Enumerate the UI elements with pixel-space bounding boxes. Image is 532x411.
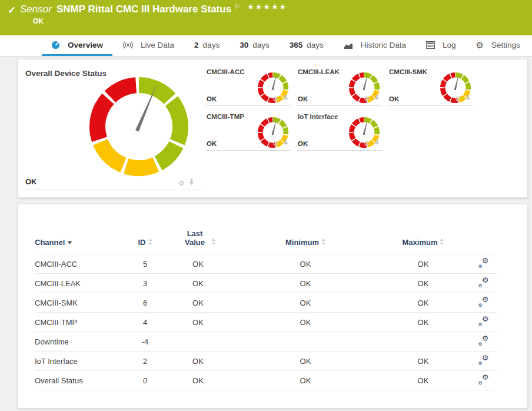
cell-id: 0 xyxy=(129,371,161,390)
sort-icon xyxy=(148,238,152,247)
column-header-channel[interactable]: Channel xyxy=(35,221,129,254)
channel-gauge-cell: CMCIII-ACC OK ⚙ xyxy=(205,65,291,110)
tab-historic-data[interactable]: Historic Data xyxy=(334,35,415,56)
channel-settings-icon[interactable]: ⚙⚙ xyxy=(478,336,489,346)
gear-icon[interactable]: ⚙ xyxy=(272,140,279,148)
channel-gauge-title: CMCIII-SMK xyxy=(389,68,427,75)
pin-icon[interactable] xyxy=(189,178,194,188)
gear-icon[interactable]: ⚙ xyxy=(455,95,461,103)
channel-gauge-cell: CMCIII-LEAK OK ⚙ xyxy=(297,65,382,110)
pin-icon[interactable] xyxy=(374,138,380,149)
cell-minimum: OK xyxy=(235,274,376,293)
tab-30-days[interactable]: 30 days xyxy=(230,35,279,56)
tab-2-days[interactable]: 2 days xyxy=(185,35,229,56)
sensor-header: ✓ Sensor SNMP Rittal CMC III Hardware St… xyxy=(0,0,532,35)
cell-id: 3 xyxy=(129,274,161,293)
cell-maximum: OK xyxy=(376,274,470,293)
cell-maximum xyxy=(376,332,470,352)
status-check-icon: ✓ xyxy=(8,4,16,16)
divider xyxy=(24,190,201,190)
table-row: CMCIII-SMK 6 OK OK OK ⚙⚙ xyxy=(35,293,497,313)
channel-settings-icon[interactable]: ⚙⚙ xyxy=(478,316,489,326)
channel-gauge-title: CMCIII-TMP xyxy=(207,113,244,120)
cell-maximum: OK xyxy=(376,254,470,274)
cell-id: -4 xyxy=(129,332,161,352)
gear-icon[interactable]: ⚙ xyxy=(364,95,370,103)
gear-icon[interactable]: ⚙ xyxy=(364,140,370,148)
table-row: CMCIII-LEAK 3 OK OK OK ⚙⚙ xyxy=(35,274,497,293)
cell-channel: Downtime xyxy=(35,332,129,352)
cell-channel: Overall Status xyxy=(35,371,129,390)
tab-365-days[interactable]: 365 days xyxy=(280,35,333,56)
cell-id: 6 xyxy=(129,293,161,313)
cell-last-value: OK xyxy=(161,313,235,332)
tab-settings[interactable]: ⚙ Settings xyxy=(467,35,530,56)
page-title: SNMP Rittal CMC III Hardware Status xyxy=(56,4,231,15)
overall-status-cell: Overall Device Status OK ⚙ xyxy=(18,59,204,197)
pin-icon[interactable] xyxy=(283,94,288,104)
sort-icon xyxy=(321,238,325,247)
sort-icon xyxy=(440,238,444,247)
flag-icon[interactable]: ⚐ xyxy=(234,4,240,10)
object-kind-label: Sensor xyxy=(20,4,52,15)
pin-icon[interactable] xyxy=(374,94,380,104)
channel-gauge-status: OK xyxy=(207,140,217,147)
pin-icon[interactable] xyxy=(283,138,288,149)
overall-gauge-status: OK xyxy=(25,177,37,186)
cell-minimum: OK xyxy=(235,293,376,313)
channel-settings-icon[interactable]: ⚙⚙ xyxy=(478,297,489,307)
channel-settings-icon[interactable]: ⚙⚙ xyxy=(478,355,489,365)
cell-minimum: OK xyxy=(235,254,376,274)
tab-bar: Overview Live Data 2 days 30 days 365 da… xyxy=(0,35,532,57)
pin-icon[interactable] xyxy=(466,94,471,104)
cell-minimum xyxy=(235,332,376,352)
channel-settings-icon[interactable]: ⚙⚙ xyxy=(478,258,489,268)
channel-gauge-cell: CMCIII-TMP OK ⚙ xyxy=(205,110,291,155)
cell-channel: IoT Interface xyxy=(35,352,129,371)
sort-desc-icon xyxy=(67,238,72,247)
cell-last-value: OK xyxy=(161,352,235,371)
channel-gauge-cell: CMCIII-SMK OK ⚙ xyxy=(388,65,473,110)
channel-table: Channel ID Last Value Minimum Maximum CM… xyxy=(35,221,497,390)
channel-gauge-status: OK xyxy=(389,95,399,102)
divider xyxy=(205,105,291,106)
overall-status-gauge xyxy=(88,76,189,177)
cell-maximum: OK xyxy=(376,313,470,332)
channel-table-panel: Channel ID Last Value Minimum Maximum CM… xyxy=(18,204,528,409)
priority-stars[interactable]: ★★★★★ xyxy=(247,2,287,11)
cell-id: 2 xyxy=(129,352,161,371)
channel-settings-icon[interactable]: ⚙⚙ xyxy=(478,277,489,287)
table-row: IoT Interface 2 OK OK OK ⚙⚙ xyxy=(35,352,497,371)
column-header-last-value[interactable]: Last Value xyxy=(161,221,235,254)
cell-minimum: OK xyxy=(235,352,376,371)
cell-maximum: OK xyxy=(376,371,470,390)
column-header-minimum[interactable]: Minimum xyxy=(235,221,376,254)
sort-icon xyxy=(211,238,215,247)
cell-id: 4 xyxy=(129,313,161,332)
tab-log[interactable]: Log xyxy=(417,35,466,56)
column-header-maximum[interactable]: Maximum xyxy=(376,221,470,254)
cell-id: 5 xyxy=(129,254,161,274)
gear-icon[interactable]: ⚙ xyxy=(178,179,185,187)
overview-gauges-panel: Overall Device Status OK ⚙ CMCIII-ACC OK… xyxy=(18,59,528,198)
column-header-id[interactable]: ID xyxy=(129,221,161,254)
tab-live-data[interactable]: Live Data xyxy=(114,35,184,56)
divider xyxy=(297,105,382,106)
cell-channel: CMCIII-SMK xyxy=(35,293,129,313)
table-row: CMCIII-TMP 4 OK OK OK ⚙⚙ xyxy=(35,313,497,332)
divider xyxy=(388,105,473,106)
cell-last-value: OK xyxy=(161,293,235,313)
channel-gauge-status: OK xyxy=(298,140,308,147)
sensor-page: ✓ Sensor SNMP Rittal CMC III Hardware St… xyxy=(0,0,532,411)
gear-icon[interactable]: ⚙ xyxy=(272,95,279,103)
cell-last-value: OK xyxy=(161,254,235,274)
channel-settings-icon[interactable]: ⚙⚙ xyxy=(478,374,489,385)
table-header-row: Channel ID Last Value Minimum Maximum xyxy=(35,221,497,254)
sensor-status-text: OK xyxy=(33,17,44,25)
cell-last-value: OK xyxy=(161,371,235,390)
table-row: CMCIII-ACC 5 OK OK OK ⚙⚙ xyxy=(35,254,497,274)
channel-gauge-title: CMCIII-ACC xyxy=(207,68,245,75)
cell-channel: CMCIII-ACC xyxy=(35,254,129,274)
tab-overview[interactable]: Overview xyxy=(42,35,112,56)
channel-gauge-title: CMCIII-LEAK xyxy=(298,68,340,75)
